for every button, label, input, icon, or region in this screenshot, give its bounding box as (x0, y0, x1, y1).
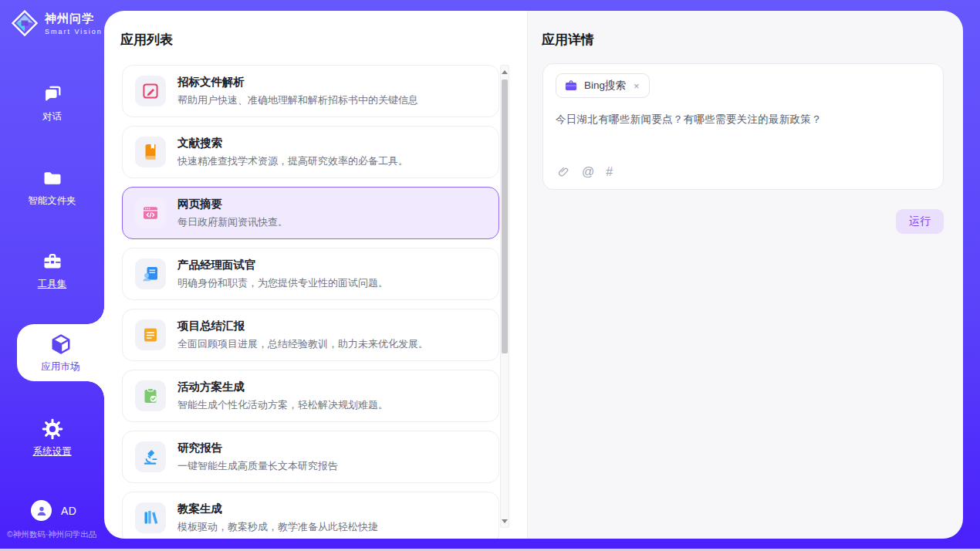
app-card-web-summary[interactable]: 网页摘要 每日政府新闻资讯快查。 (122, 187, 499, 239)
app-card-title: 研究报告 (177, 441, 338, 455)
person-icon (35, 504, 49, 518)
app-card-desc: 模板驱动，教案秒成，教学准备从此轻松快捷 (177, 520, 378, 534)
triangle-down-icon (502, 519, 508, 523)
attachment-toolbar: @ # (557, 165, 613, 178)
clipboard-check-icon (141, 387, 160, 405)
sidebar-item-label: 智能文件夹 (28, 194, 76, 208)
memo-icon (141, 326, 160, 344)
app-card-desc: 智能生成个性化活动方案，轻松解决规划难题。 (177, 398, 388, 412)
topic-button[interactable]: # (606, 166, 613, 178)
tool-chip-label: Bing搜索 (584, 79, 626, 93)
clipboard-user-icon (141, 265, 160, 283)
app-card-title: 活动方案生成 (177, 380, 388, 394)
app-card-title: 招标文件解析 (177, 75, 418, 90)
gear-icon (42, 418, 63, 440)
brand-logo: 神州问学 Smart Vision (11, 9, 103, 37)
sidebar-item-chat[interactable]: 对话 (0, 83, 104, 123)
scroll-up-button[interactable] (501, 66, 509, 77)
app-card-desc: 每日政府新闻资讯快查。 (177, 215, 288, 229)
user-avatar[interactable]: AD (31, 500, 76, 521)
scroll-down-button[interactable] (501, 516, 509, 526)
sidebar-item-label: 对话 (42, 110, 62, 123)
app-card-list: 招标文件解析 帮助用户快速、准确地理解和解析招标书中的关键信息 文献搜索 (122, 65, 499, 539)
sidebar-item-app-market[interactable]: 应用市场 (17, 324, 104, 381)
prompt-card: Bing搜索 × 今日湖北有哪些新闻要点？有哪些需要关注的最新政策？ @ # (542, 63, 944, 190)
sidebar-item-settings[interactable]: 系统设置 (0, 418, 104, 458)
briefcase-icon (564, 79, 578, 93)
avatar (31, 500, 52, 521)
chat-icon (42, 83, 63, 105)
microscope-icon (141, 448, 160, 466)
toolbox-icon (42, 251, 63, 272)
run-button[interactable]: 运行 (896, 209, 944, 234)
app-card-title: 产品经理面试官 (177, 258, 388, 272)
app-card-desc: 一键智能生成高质量长文本研究报告 (177, 459, 338, 473)
sidebar-item-smart-folder[interactable]: 智能文件夹 (0, 167, 104, 208)
app-card-desc: 帮助用户快速、准确地理解和解析招标书中的关键信息 (177, 93, 418, 107)
sidebar: 神州问学 Smart Vision 对话 智能文件夹 (0, 0, 104, 551)
browser-code-icon (141, 204, 160, 222)
mention-button[interactable]: @ (582, 166, 594, 178)
app-card-tender-analysis[interactable]: 招标文件解析 帮助用户快速、准确地理解和解析招标书中的关键信息 (122, 65, 499, 117)
chip-close-button[interactable]: × (632, 80, 641, 92)
sidebar-item-label: 工具集 (38, 278, 67, 291)
brand-diamond-icon (11, 9, 39, 37)
query-input[interactable]: 今日湖北有哪些新闻要点？有哪些需要关注的最新政策？ (556, 113, 931, 127)
copyright-text: ©神州数码·神州问学出品 (7, 529, 96, 540)
paperclip-icon (557, 165, 570, 178)
app-detail-panel: 应用详情 Bing搜索 × 今日湖北有哪些新闻要点？有哪些需要关注的最新政策？ (527, 11, 963, 539)
paperclip-button[interactable] (557, 165, 570, 178)
app-card-title: 网页摘要 (177, 197, 288, 211)
list-scrollbar[interactable] (500, 65, 509, 528)
app-list-title: 应用列表 (120, 31, 173, 49)
app-card-lesson-plan[interactable]: 教案生成 模板驱动，教案秒成，教学准备从此轻松快捷 (122, 492, 499, 539)
brand-subtitle: Smart Vision (45, 28, 103, 35)
app-card-title: 文献搜索 (177, 136, 408, 150)
main-content: 应用列表 招标文件解析 帮助用户快速、准确地理解和解析招标书中的关键信息 (104, 11, 963, 539)
app-card-literature-search[interactable]: 文献搜索 快速精准查找学术资源，提高研究效率的必备工具。 (122, 126, 499, 178)
sidebar-item-label: 系统设置 (33, 445, 72, 458)
app-card-desc: 全面回顾项目进展，总结经验教训，助力未来优化发展。 (177, 337, 428, 351)
tool-chip-bing-search: Bing搜索 × (556, 73, 650, 98)
app-card-desc: 快速精准查找学术资源，提高研究效率的必备工具。 (177, 154, 408, 168)
app-card-title: 教案生成 (177, 502, 378, 516)
cube-icon (49, 333, 73, 356)
app-card-pm-interviewer[interactable]: 产品经理面试官 明确身份和职责，为您提供专业性的面试问题。 (122, 248, 499, 300)
scrollbar-thumb[interactable] (502, 79, 508, 353)
brand-name: 神州问学 (45, 12, 103, 26)
book-icon (141, 143, 160, 161)
document-edit-icon (141, 82, 160, 100)
app-list-panel: 应用列表 招标文件解析 帮助用户快速、准确地理解和解析招标书中的关键信息 (104, 11, 527, 539)
folder-icon (42, 167, 63, 189)
sidebar-item-label: 应用市场 (42, 360, 80, 374)
app-card-event-plan[interactable]: 活动方案生成 智能生成个性化活动方案，轻松解决规划难题。 (122, 370, 499, 422)
triangle-up-icon (502, 70, 508, 74)
user-name: AD (61, 505, 76, 517)
app-card-title: 项目总结汇报 (177, 319, 428, 333)
app-card-project-summary[interactable]: 项目总结汇报 全面回顾项目进展，总结经验教训，助力未来优化发展。 (122, 309, 499, 361)
app-card-desc: 明确身份和职责，为您提供专业性的面试问题。 (177, 276, 388, 290)
app-card-research-report[interactable]: 研究报告 一键智能生成高质量长文本研究报告 (122, 431, 499, 483)
books-icon (141, 509, 160, 527)
sidebar-item-toolset[interactable]: 工具集 (0, 251, 104, 291)
run-row: 运行 (542, 209, 944, 234)
app-detail-title: 应用详情 (542, 31, 594, 49)
